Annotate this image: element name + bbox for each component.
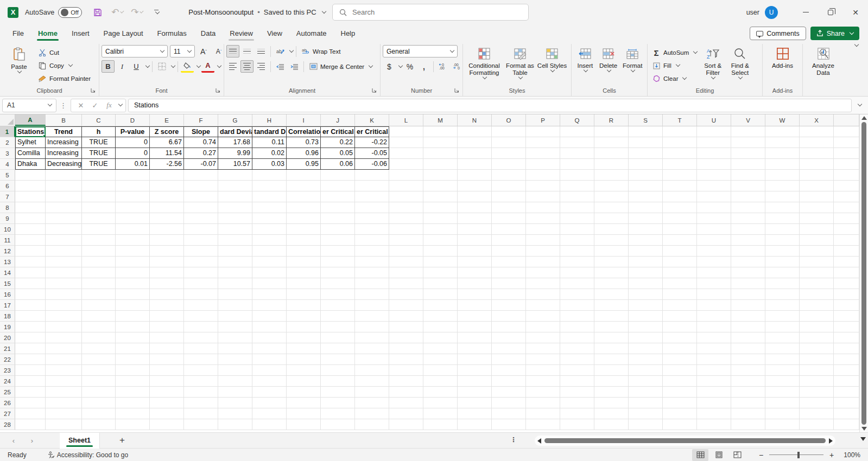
cell-U20[interactable] — [697, 332, 731, 343]
row-header-3[interactable]: 3 — [0, 148, 15, 159]
cell-V6[interactable] — [731, 181, 765, 191]
cell-N10[interactable] — [458, 224, 492, 235]
cell-Q18[interactable] — [560, 311, 594, 322]
cell-J7[interactable] — [321, 191, 355, 202]
cell-C19[interactable] — [82, 322, 116, 332]
cell-X12[interactable] — [800, 246, 834, 257]
cell-X16[interactable] — [800, 289, 834, 300]
cell-G18[interactable] — [218, 311, 252, 322]
cell-I5[interactable] — [287, 170, 321, 181]
cell-E28[interactable] — [150, 419, 184, 430]
cell-W21[interactable] — [765, 343, 800, 354]
cell-K28[interactable] — [355, 419, 389, 430]
cell-D12[interactable] — [116, 246, 150, 257]
cell-W2[interactable] — [765, 137, 800, 148]
cell-S22[interactable] — [629, 354, 663, 365]
zoom-in-button[interactable]: + — [828, 451, 835, 459]
cell-R4[interactable] — [594, 159, 629, 170]
cell-S25[interactable] — [629, 387, 663, 398]
cell-K22[interactable] — [355, 354, 389, 365]
comments-button[interactable]: Comments — [750, 27, 806, 40]
cell-A24[interactable] — [15, 376, 46, 387]
cell-C18[interactable] — [82, 311, 116, 322]
cell-G25[interactable] — [218, 387, 252, 398]
row-header-28[interactable]: 28 — [0, 419, 15, 430]
cell-W1[interactable] — [765, 126, 800, 137]
cell-V2[interactable] — [731, 137, 765, 148]
cell-W25[interactable] — [765, 387, 800, 398]
cell-R23[interactable] — [594, 365, 629, 376]
format-as-table-button[interactable]: Format as Table — [503, 45, 537, 80]
cell-G10[interactable] — [218, 224, 252, 235]
cell-H27[interactable] — [252, 408, 287, 419]
cell-A28[interactable] — [15, 419, 46, 430]
cell-X8[interactable] — [800, 202, 834, 213]
cell-E21[interactable] — [150, 343, 184, 354]
cell-K15[interactable] — [355, 278, 389, 289]
cell-Q28[interactable] — [560, 419, 594, 430]
cell-V17[interactable] — [731, 300, 765, 311]
cell-J24[interactable] — [321, 376, 355, 387]
cell-E5[interactable] — [150, 170, 184, 181]
font-dialog-launcher-icon[interactable] — [216, 88, 220, 93]
cell-C9[interactable] — [82, 213, 116, 224]
cell-R8[interactable] — [594, 202, 629, 213]
cell-R9[interactable] — [594, 213, 629, 224]
cell-I9[interactable] — [287, 213, 321, 224]
cell-C25[interactable] — [82, 387, 116, 398]
italic-button[interactable]: I — [116, 60, 129, 73]
customize-qat-icon[interactable] — [150, 7, 162, 18]
cell-J23[interactable] — [321, 365, 355, 376]
cell-T8[interactable] — [663, 202, 697, 213]
cell-T11[interactable] — [663, 235, 697, 246]
column-header-S[interactable]: S — [629, 114, 663, 126]
cell-W4[interactable] — [765, 159, 800, 170]
cell-K11[interactable] — [355, 235, 389, 246]
enter-icon[interactable]: ✓ — [88, 101, 102, 110]
cell-W11[interactable] — [765, 235, 800, 246]
font-name-select[interactable]: Calibri — [102, 45, 168, 57]
cell-X1[interactable] — [800, 126, 834, 137]
cell-U25[interactable] — [697, 387, 731, 398]
cell-P19[interactable] — [526, 322, 560, 332]
cell-U16[interactable] — [697, 289, 731, 300]
cell-E19[interactable] — [150, 322, 184, 332]
cell-G20[interactable] — [218, 332, 252, 343]
vertical-scroll-thumb[interactable] — [861, 122, 866, 425]
cell-R3[interactable] — [594, 148, 629, 159]
cell-O14[interactable] — [492, 267, 526, 278]
cell-D24[interactable] — [116, 376, 150, 387]
tab-file[interactable]: File — [5, 26, 31, 42]
cell-L5[interactable] — [389, 170, 423, 181]
cell-S18[interactable] — [629, 311, 663, 322]
cell-J22[interactable] — [321, 354, 355, 365]
cell-R14[interactable] — [594, 267, 629, 278]
cell-V4[interactable] — [731, 159, 765, 170]
cell-J15[interactable] — [321, 278, 355, 289]
cell-H23[interactable] — [252, 365, 287, 376]
row-header-11[interactable]: 11 — [0, 235, 15, 246]
cell-N1[interactable] — [458, 126, 492, 137]
cell-E7[interactable] — [150, 191, 184, 202]
cell-K9[interactable] — [355, 213, 389, 224]
cell-Q17[interactable] — [560, 300, 594, 311]
cell-U6[interactable] — [697, 181, 731, 191]
cell-H6[interactable] — [252, 181, 287, 191]
cell-F4[interactable]: -0.07 — [184, 159, 218, 170]
cell-M10[interactable] — [423, 224, 458, 235]
tab-insert[interactable]: Insert — [65, 26, 97, 42]
column-header-E[interactable]: E — [150, 114, 184, 126]
cell-T2[interactable] — [663, 137, 697, 148]
cell-B6[interactable] — [46, 181, 82, 191]
cell-L28[interactable] — [389, 419, 423, 430]
column-header-N[interactable]: N — [458, 114, 492, 126]
cell-T28[interactable] — [663, 419, 697, 430]
cell-R7[interactable] — [594, 191, 629, 202]
cell-H21[interactable] — [252, 343, 287, 354]
cell-U17[interactable] — [697, 300, 731, 311]
column-header-I[interactable]: I — [287, 114, 321, 126]
next-sheet-icon[interactable]: › — [24, 437, 40, 445]
cell-S13[interactable] — [629, 257, 663, 267]
cell-B22[interactable] — [46, 354, 82, 365]
cell-B3[interactable]: Increasing — [46, 148, 82, 159]
